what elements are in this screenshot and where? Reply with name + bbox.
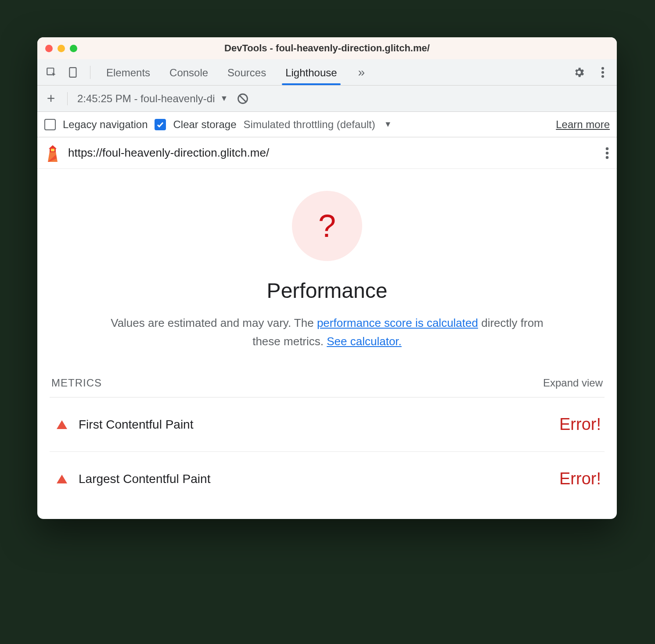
new-report-button[interactable]: + — [44, 90, 58, 107]
inspect-element-icon[interactable] — [44, 65, 58, 79]
metric-value: Error! — [559, 469, 601, 488]
clear-report-icon[interactable] — [236, 92, 250, 106]
tab-lighthouse[interactable]: Lighthouse — [284, 61, 338, 84]
more-tabs-icon[interactable]: » — [356, 65, 368, 79]
report-url-row: https://foul-heavenly-direction.glitch.m… — [37, 137, 617, 169]
titlebar: DevTools - foul-heavenly-direction.glitc… — [37, 37, 617, 59]
panel-tabs: Elements Console Sources Lighthouse » — [105, 61, 564, 84]
svg-rect-1 — [69, 68, 76, 77]
svg-rect-10 — [51, 149, 54, 151]
clear-storage-label: Clear storage — [173, 118, 236, 131]
error-triangle-icon — [57, 420, 67, 429]
metrics-heading: METRICS — [51, 377, 102, 389]
settings-gear-icon[interactable] — [572, 65, 586, 79]
window-title: DevTools - foul-heavenly-direction.glitc… — [37, 43, 617, 54]
metrics-header: METRICS Expand view — [50, 377, 605, 397]
metric-name: Largest Contentful Paint — [79, 472, 210, 486]
divider — [67, 92, 68, 105]
tab-console[interactable]: Console — [169, 61, 209, 84]
metric-value: Error! — [559, 415, 601, 434]
see-calculator-link[interactable]: See calculator. — [327, 335, 402, 348]
svg-point-14 — [606, 156, 609, 159]
svg-marker-11 — [49, 145, 57, 149]
lighthouse-logo-icon — [45, 144, 60, 162]
tab-elements[interactable]: Elements — [105, 61, 151, 84]
report-menu-icon[interactable] — [605, 147, 609, 160]
performance-score-gauge: ? — [292, 191, 362, 261]
score-symbol: ? — [318, 208, 336, 244]
devtools-window: DevTools - foul-heavenly-direction.glitc… — [37, 37, 617, 519]
lighthouse-report: ? Performance Values are estimated and m… — [37, 169, 617, 519]
traffic-lights — [45, 45, 77, 52]
score-calculation-link[interactable]: performance score is calculated — [317, 316, 478, 329]
throttling-label: Simulated throttling (default) — [244, 118, 375, 131]
devtools-tabbar: Elements Console Sources Lighthouse » — [37, 59, 617, 86]
report-selector[interactable]: 2:45:25 PM - foul-heavenly-di ▼ — [77, 93, 228, 105]
learn-more-link[interactable]: Learn more — [556, 118, 610, 131]
close-window-button[interactable] — [45, 45, 53, 52]
metric-row: First Contentful Paint Error! — [50, 397, 605, 452]
kebab-menu-icon[interactable] — [596, 65, 610, 79]
device-toolbar-icon[interactable] — [66, 65, 80, 79]
desc-text: Values are estimated and may vary. The — [111, 316, 317, 329]
metric-name: First Contentful Paint — [79, 418, 193, 432]
svg-point-13 — [606, 151, 609, 154]
chevron-down-icon: ▼ — [384, 120, 392, 129]
legacy-navigation-checkbox[interactable] — [44, 119, 56, 130]
minimize-window-button[interactable] — [58, 45, 65, 52]
performance-description: Values are estimated and may vary. The p… — [103, 314, 551, 351]
svg-point-4 — [601, 75, 604, 78]
report-selector-label: 2:45:25 PM - foul-heavenly-di — [77, 93, 215, 105]
divider — [90, 66, 90, 79]
metric-row: Largest Contentful Paint Error! — [50, 452, 605, 506]
performance-title: Performance — [50, 279, 605, 303]
throttling-select[interactable]: Simulated throttling (default) ▼ — [244, 118, 392, 131]
error-triangle-icon — [57, 475, 67, 483]
chevron-down-icon: ▼ — [220, 94, 228, 103]
svg-point-3 — [601, 71, 604, 73]
tab-sources[interactable]: Sources — [227, 61, 267, 84]
lighthouse-options: Legacy navigation Clear storage Simulate… — [37, 112, 617, 137]
svg-point-2 — [601, 67, 604, 69]
expand-view-toggle[interactable]: Expand view — [543, 377, 603, 389]
report-url: https://foul-heavenly-direction.glitch.m… — [68, 146, 269, 160]
clear-storage-checkbox[interactable] — [155, 119, 166, 130]
maximize-window-button[interactable] — [70, 45, 77, 52]
svg-point-12 — [606, 147, 609, 150]
legacy-navigation-label: Legacy navigation — [63, 118, 148, 131]
svg-line-6 — [240, 96, 246, 102]
lighthouse-toolbar: + 2:45:25 PM - foul-heavenly-di ▼ — [37, 86, 617, 112]
